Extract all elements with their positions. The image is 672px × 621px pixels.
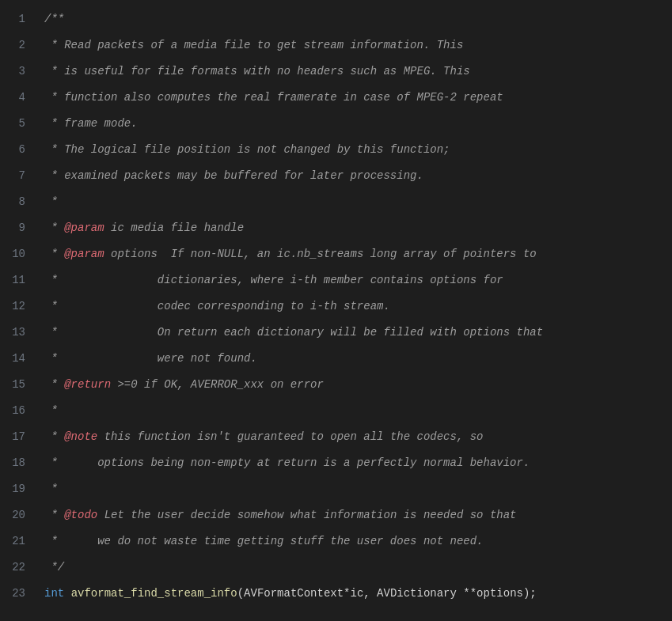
code-segment: /** — [44, 13, 64, 25]
code-segment: * — [44, 195, 58, 208]
code-line: 11 * dictionaries, where i-th member con… — [0, 267, 672, 293]
line-content: * — [38, 476, 672, 502]
code-segment: * we do not waste time getting stuff the… — [44, 535, 484, 547]
line-content: * we do not waste time getting stuff the… — [38, 528, 672, 555]
line-content: * codec corresponding to i-th stream. — [38, 293, 672, 320]
line-number: 3 — [0, 59, 38, 85]
line-number: 11 — [0, 267, 38, 293]
code-segment: @param — [64, 248, 104, 260]
code-line: 9 * @param ic media file handle — [0, 215, 672, 241]
line-content: * The logical file position is not chang… — [38, 137, 672, 163]
line-content: * is useful for file formats with no hea… — [38, 59, 672, 85]
code-segment: * frame mode. — [44, 117, 138, 130]
code-line: 21 * we do not waste time getting stuff … — [0, 528, 672, 555]
line-content: /** — [38, 6, 672, 32]
line-number: 19 — [0, 476, 38, 502]
code-segment: * On return each dictionary will be fill… — [44, 326, 543, 339]
line-content: * @param ic media file handle — [38, 215, 672, 241]
code-line: 20 * @todo Let the user decide somehow w… — [0, 502, 672, 528]
code-line: 16 * — [0, 398, 672, 424]
line-number: 16 — [0, 398, 38, 424]
code-segment: ic media file handle — [104, 222, 244, 234]
code-line: 6 * The logical file position is not cha… — [0, 137, 672, 163]
line-number: 1 — [0, 6, 38, 32]
code-editor: 1/**2 * Read packets of a media file to … — [0, 0, 672, 613]
line-content: * @return >=0 if OK, AVERROR_xxx on erro… — [38, 372, 672, 398]
code-line: 1/** — [0, 6, 672, 32]
code-segment: * were not found. — [44, 352, 257, 365]
line-number: 18 — [0, 450, 38, 476]
code-segment: @return — [64, 378, 111, 391]
line-content: * @note this function isn't guaranteed t… — [38, 424, 672, 450]
line-number: 12 — [0, 293, 38, 320]
line-number: 23 — [0, 581, 38, 607]
line-content: * @todo Let the user decide somehow what… — [38, 502, 672, 528]
line-content: * options being non-empty at return is a… — [38, 450, 672, 476]
line-number: 9 — [0, 215, 38, 241]
code-segment: int — [44, 587, 64, 600]
line-content: * function also computes the real framer… — [38, 85, 672, 111]
code-line: 22 */ — [0, 555, 672, 581]
line-content: * On return each dictionary will be fill… — [38, 320, 672, 346]
code-line: 23int avformat_find_stream_info(AVFormat… — [0, 581, 672, 607]
code-segment: * — [44, 404, 58, 417]
line-number: 4 — [0, 85, 38, 111]
code-segment: * codec corresponding to i-th stream. — [44, 300, 390, 312]
line-number: 15 — [0, 372, 38, 398]
code-segment: * — [44, 483, 58, 495]
code-line: 7 * examined packets may be buffered for… — [0, 163, 672, 189]
code-segment: @todo — [64, 509, 97, 521]
line-number: 17 — [0, 424, 38, 450]
line-content: * @param options If non-NULL, an ic.nb_s… — [38, 241, 672, 267]
line-number: 8 — [0, 189, 38, 215]
code-segment: avformat_find_stream_info — [71, 587, 237, 600]
line-content: * examined packets may be buffered for l… — [38, 163, 672, 189]
line-number: 5 — [0, 111, 38, 137]
code-segment: * — [44, 509, 64, 521]
code-line: 8 * — [0, 189, 672, 215]
line-number: 10 — [0, 241, 38, 267]
code-segment: @param — [64, 222, 104, 234]
code-line: 17 * @note this function isn't guarantee… — [0, 424, 672, 450]
code-line: 14 * were not found. — [0, 346, 672, 372]
code-line: 13 * On return each dictionary will be f… — [0, 320, 672, 346]
code-line: 3 * is useful for file formats with no h… — [0, 59, 672, 85]
line-content: * Read packets of a media file to get st… — [38, 32, 672, 59]
code-line: 15 * @return >=0 if OK, AVERROR_xxx on e… — [0, 372, 672, 398]
code-segment: */ — [44, 561, 64, 574]
line-content: * — [38, 189, 672, 215]
code-segment: * — [44, 430, 64, 443]
line-content: * frame mode. — [38, 111, 672, 137]
line-content: */ — [38, 555, 672, 581]
line-content: * dictionaries, where i-th member contai… — [38, 267, 672, 293]
code-line: 2 * Read packets of a media file to get … — [0, 32, 672, 59]
line-number: 21 — [0, 528, 38, 555]
code-segment: this function isn't guaranteed to open a… — [97, 430, 483, 443]
code-segment: options If non-NULL, an ic.nb_streams lo… — [104, 248, 537, 260]
code-segment: * function also computes the real framer… — [44, 91, 503, 104]
code-segment: * dictionaries, where i-th member contai… — [44, 274, 503, 286]
code-segment: * The logical file position is not chang… — [44, 143, 450, 156]
code-line: 5 * frame mode. — [0, 111, 672, 137]
code-segment: >=0 if OK, AVERROR_xxx on error — [111, 378, 324, 391]
line-number: 6 — [0, 137, 38, 163]
line-content: * were not found. — [38, 346, 672, 372]
line-number: 22 — [0, 555, 38, 581]
code-line: 18 * options being non-empty at return i… — [0, 450, 672, 476]
code-segment: * — [44, 248, 64, 260]
code-segment: * is useful for file formats with no hea… — [44, 65, 470, 78]
code-segment: (AVFormatContext*ic, AVDictionary **opti… — [237, 587, 537, 600]
line-number: 2 — [0, 32, 38, 59]
code-segment: * options being non-empty at return is a… — [44, 456, 530, 469]
line-number: 14 — [0, 346, 38, 372]
code-line: 19 * — [0, 476, 672, 502]
code-segment: Let the user decide somehow what informa… — [97, 509, 516, 521]
line-content: int avformat_find_stream_info(AVFormatCo… — [38, 581, 672, 607]
line-content: * — [38, 398, 672, 424]
line-number: 13 — [0, 320, 38, 346]
code-line: 4 * function also computes the real fram… — [0, 85, 672, 111]
code-segment: @note — [64, 430, 97, 443]
code-line: 10 * @param options If non-NULL, an ic.n… — [0, 241, 672, 267]
code-segment: * examined packets may be buffered for l… — [44, 169, 423, 182]
line-number: 20 — [0, 502, 38, 528]
